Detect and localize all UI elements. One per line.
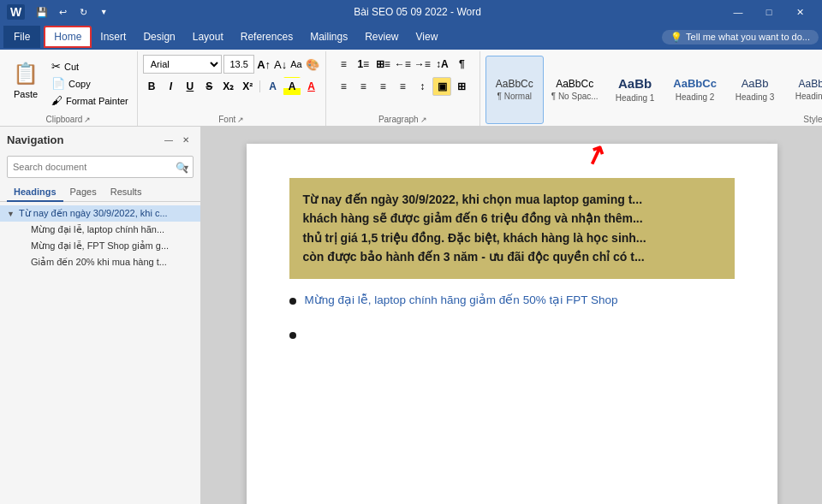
font-size-input[interactable] <box>223 55 254 74</box>
paste-icon: 📋 <box>10 58 41 89</box>
title-bar: W 💾 ↩ ↻ ▼ Bài SEO 05 09 2022 - Word — □ … <box>0 0 822 24</box>
menu-item-references[interactable]: References <box>232 26 301 48</box>
bullet-section: Mừng đại lễ, laptop chính hãng giảm đến … <box>289 293 735 339</box>
copy-label: Copy <box>68 79 91 89</box>
font-size-decrease-button[interactable]: A↓ <box>273 56 288 73</box>
nav-header: Navigation — ✕ <box>0 127 200 152</box>
nav-item-2[interactable]: Mừng đại lễ, FPT Shop giảm g... <box>0 238 200 254</box>
font-controls: Arial A↑ A↓ Aa 🎨 B I U S X₂ X² A A A <box>143 55 320 96</box>
maximize-button[interactable]: □ <box>754 0 784 24</box>
menu-item-view[interactable]: View <box>408 26 447 48</box>
menu-item-review[interactable]: Review <box>356 26 407 48</box>
undo-icon[interactable]: ↩ <box>54 3 71 21</box>
text-highlight-color-button[interactable]: 🎨 <box>305 56 320 73</box>
font-expand-icon[interactable]: ↗ <box>237 116 244 124</box>
bullets-button[interactable]: ≡ <box>334 55 353 74</box>
title-bar-left: W 💾 ↩ ↻ ▼ <box>7 3 112 21</box>
style-heading2-preview: AaBbCc <box>673 77 717 91</box>
nav-tabs: Headings Pages Results <box>0 183 200 202</box>
align-center-button[interactable]: ≡ <box>354 77 372 96</box>
nav-tab-results[interactable]: Results <box>104 183 149 202</box>
tell-me-input[interactable]: 💡 Tell me what you want to do... <box>662 30 819 44</box>
copy-button[interactable]: 📄 Copy <box>48 75 132 92</box>
underline-button[interactable]: U <box>182 77 199 96</box>
menu-item-mailings[interactable]: Mailings <box>301 26 356 48</box>
show-hide-button[interactable]: ¶ <box>452 55 471 74</box>
style-no-spacing[interactable]: AaBbCc ¶ No Spac... <box>545 56 605 124</box>
scissors-icon: ✂ <box>51 60 61 73</box>
borders-button[interactable]: ⊞ <box>452 77 471 96</box>
clipboard-expand-icon[interactable]: ↗ <box>84 116 91 124</box>
nav-controls: — ✕ <box>161 132 194 147</box>
style-heading2[interactable]: AaBbCc Heading 2 <box>666 56 724 124</box>
decrease-indent-button[interactable]: ←≡ <box>393 55 412 74</box>
para-controls: ≡ 1≡ ⊞≡ ←≡ →≡ ↕A ¶ ≡ ≡ ≡ ≡ ↕ ▣ ⊞ <box>334 55 471 98</box>
menu-item-home[interactable]: Home <box>44 26 92 48</box>
superscript-button[interactable]: X² <box>239 77 256 96</box>
align-right-button[interactable]: ≡ <box>373 77 392 96</box>
search-dropdown-icon[interactable]: ▼ <box>182 163 190 172</box>
style-heading1-label: Heading 1 <box>616 93 655 103</box>
line-spacing-button[interactable]: ↕ <box>413 77 432 96</box>
style-no-spacing-label: ¶ No Spac... <box>551 92 599 101</box>
multilevel-list-button[interactable]: ⊞≡ <box>373 55 392 74</box>
italic-button[interactable]: I <box>162 77 179 96</box>
numbering-button[interactable]: 1≡ <box>354 55 372 74</box>
bold-button[interactable]: B <box>143 77 160 96</box>
nav-item-text-3: Giảm đến 20% khi mua hàng t... <box>31 257 167 268</box>
search-input[interactable] <box>7 156 194 178</box>
nav-minimize-button[interactable]: — <box>161 132 176 147</box>
menu-item-file[interactable]: File <box>3 26 40 48</box>
style-heading-more[interactable]: AaBbC Heading... <box>786 56 822 124</box>
format-painter-button[interactable]: 🖌 Format Painter <box>48 92 132 109</box>
nav-item-3[interactable]: Giảm đến 20% khi mua hàng t... <box>0 254 200 270</box>
shading-button[interactable]: ▣ <box>432 77 451 96</box>
font-label: Font ↗ <box>218 113 244 124</box>
redo-icon[interactable]: ↻ <box>74 3 92 21</box>
nav-item-1[interactable]: Mừng đại lễ, laptop chính hãn... <box>0 222 200 238</box>
text-effects-button[interactable]: A <box>264 77 281 96</box>
style-normal-label: ¶ Normal <box>497 92 532 101</box>
bullet-link-1[interactable]: Mừng đại lễ, laptop chính hãng giảm đến … <box>305 293 618 306</box>
close-button[interactable]: ✕ <box>784 0 815 24</box>
sort-button[interactable]: ↕A <box>432 55 451 74</box>
menu-item-layout[interactable]: Layout <box>184 26 232 48</box>
increase-indent-button[interactable]: →≡ <box>413 55 432 74</box>
nav-search-area: 🔍 ▼ <box>0 152 200 183</box>
paragraph-label: Paragraph ↗ <box>378 113 427 124</box>
minimize-button[interactable]: — <box>723 0 754 24</box>
customize-qa-icon[interactable]: ▼ <box>95 3 112 21</box>
nav-tab-pages[interactable]: Pages <box>63 183 104 202</box>
paste-button[interactable]: 📋 Paste <box>5 55 46 103</box>
copy-icon: 📄 <box>51 77 65 90</box>
style-heading1[interactable]: AaBb Heading 1 <box>606 56 664 124</box>
style-heading-more-label: Heading... <box>795 92 822 101</box>
change-case-button[interactable]: Aa <box>289 56 302 73</box>
nav-tab-headings[interactable]: Headings <box>7 183 63 202</box>
save-icon[interactable]: 💾 <box>33 3 51 21</box>
font-name-select[interactable]: Arial <box>143 55 222 74</box>
style-normal[interactable]: AaBbCc ¶ Normal <box>485 56 544 124</box>
menu-item-design[interactable]: Design <box>134 26 183 48</box>
nav-title: Navigation <box>7 133 63 146</box>
style-heading3[interactable]: AaBb Heading 3 <box>726 56 784 124</box>
clipboard-group: 📋 Paste ✂ Cut 📄 Copy 🖌 Format Painter <box>0 51 138 126</box>
text-highlight-button[interactable]: A <box>283 77 301 96</box>
bullet-dot-1 <box>289 298 296 305</box>
menu-item-insert[interactable]: Insert <box>92 26 134 48</box>
align-left-button[interactable]: ≡ <box>334 77 353 96</box>
font-group-label: Font <box>218 115 235 124</box>
lightbulb-icon: 💡 <box>670 32 682 43</box>
nav-item-0[interactable]: ▼ Từ nay đến ngày 30/9/2022, khi c... <box>0 205 200 222</box>
strikethrough-button[interactable]: S <box>200 77 217 96</box>
cut-button[interactable]: ✂ Cut <box>48 58 132 74</box>
clipboard-items: ✂ Cut 📄 Copy 🖌 Format Painter <box>48 55 132 109</box>
app-body: Navigation — ✕ 🔍 ▼ Headings Pages Result… <box>0 127 822 504</box>
paragraph-expand-icon[interactable]: ↗ <box>420 116 427 124</box>
font-color-button[interactable]: A <box>302 77 319 96</box>
font-size-increase-button[interactable]: A↑ <box>256 56 271 73</box>
nav-close-button[interactable]: ✕ <box>178 132 194 147</box>
clipboard-content: 📋 Paste ✂ Cut 📄 Copy 🖌 Format Painter <box>5 55 132 113</box>
justify-button[interactable]: ≡ <box>393 77 412 96</box>
subscript-button[interactable]: X₂ <box>220 77 237 96</box>
